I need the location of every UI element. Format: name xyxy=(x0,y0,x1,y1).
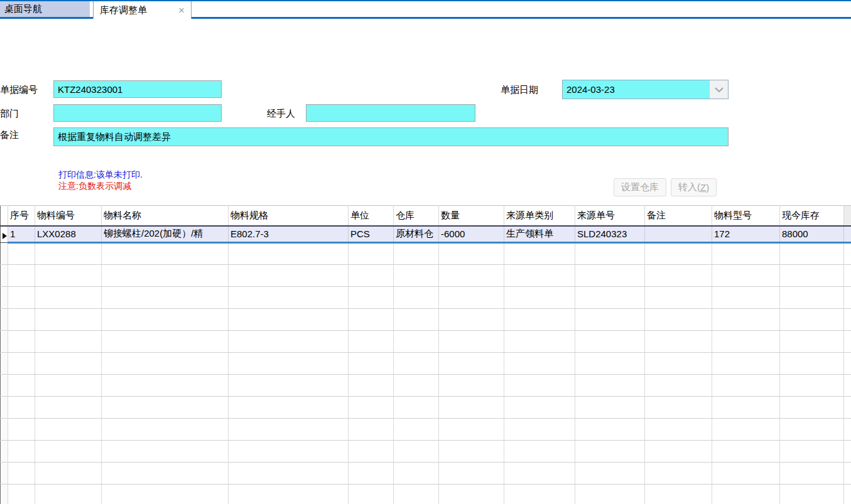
empty-grid-cell-3[interactable] xyxy=(229,309,349,331)
empty-grid-cell-0[interactable] xyxy=(8,441,35,463)
grid-cell-2[interactable]: 铆接螺柱/202(加硬）/精 xyxy=(102,226,229,243)
handler-field[interactable] xyxy=(306,104,475,122)
empty-grid-cell-9[interactable] xyxy=(645,287,712,309)
empty-grid-cell-6[interactable] xyxy=(439,243,504,265)
empty-grid-cell-10[interactable] xyxy=(712,375,780,397)
empty-grid-cell-4[interactable] xyxy=(349,463,394,485)
row-selector[interactable] xyxy=(1,226,8,243)
empty-grid-cell-11[interactable] xyxy=(780,309,844,331)
empty-grid-cell-4[interactable] xyxy=(349,485,394,504)
grid-cell-7[interactable]: 生产领料单 xyxy=(504,226,575,243)
empty-grid-cell-3[interactable] xyxy=(229,287,349,309)
table-row[interactable]: 1LXX0288铆接螺柱/202(加硬）/精E802.7-3PCS原材料仓-60… xyxy=(1,226,851,243)
department-field[interactable] xyxy=(53,104,222,122)
empty-grid-cell-8[interactable] xyxy=(575,463,645,485)
empty-grid-cell-4[interactable] xyxy=(349,353,394,375)
empty-grid-cell-2[interactable] xyxy=(102,287,229,309)
empty-grid-cell-5[interactable] xyxy=(394,353,439,375)
doc-no-field[interactable] xyxy=(53,80,222,98)
empty-table-row[interactable] xyxy=(1,485,851,504)
empty-grid-cell-11[interactable] xyxy=(780,463,844,485)
empty-grid-cell-6[interactable] xyxy=(439,353,504,375)
empty-grid-cell-7[interactable] xyxy=(504,375,575,397)
row-selector[interactable] xyxy=(1,397,8,419)
empty-grid-cell-6[interactable] xyxy=(439,309,504,331)
empty-grid-cell-11[interactable] xyxy=(780,243,844,265)
empty-grid-cell-11[interactable] xyxy=(780,375,844,397)
empty-grid-cell-11[interactable] xyxy=(780,287,844,309)
empty-grid-cell-4[interactable] xyxy=(349,419,394,441)
empty-table-row[interactable] xyxy=(1,331,851,353)
empty-grid-cell-11[interactable] xyxy=(780,265,844,287)
empty-grid-cell-7[interactable] xyxy=(504,419,575,441)
empty-grid-cell-1[interactable] xyxy=(35,419,102,441)
column-header-11[interactable]: 现今库存 xyxy=(780,206,844,226)
row-selector[interactable] xyxy=(1,265,8,287)
empty-grid-cell-5[interactable] xyxy=(394,309,439,331)
empty-grid-cell-6[interactable] xyxy=(439,331,504,353)
empty-grid-cell-3[interactable] xyxy=(229,265,349,287)
empty-grid-cell-3[interactable] xyxy=(229,419,349,441)
row-selector[interactable] xyxy=(1,243,8,265)
empty-table-row[interactable] xyxy=(1,375,851,397)
empty-table-row[interactable] xyxy=(1,353,851,375)
column-header-2[interactable]: 物料名称 xyxy=(102,206,229,226)
empty-grid-cell-7[interactable] xyxy=(504,243,575,265)
empty-grid-cell-9[interactable] xyxy=(645,463,712,485)
empty-grid-cell-7[interactable] xyxy=(504,353,575,375)
grid-cell-6[interactable]: -6000 xyxy=(439,226,504,243)
empty-grid-cell-2[interactable] xyxy=(102,463,229,485)
empty-grid-cell-0[interactable] xyxy=(8,331,35,353)
empty-grid-cell-2[interactable] xyxy=(102,441,229,463)
empty-grid-cell-9[interactable] xyxy=(645,441,712,463)
empty-grid-cell-0[interactable] xyxy=(8,309,35,331)
grid-cell-8[interactable]: SLD240323 xyxy=(575,226,645,243)
empty-grid-cell-9[interactable] xyxy=(645,309,712,331)
empty-grid-cell-10[interactable] xyxy=(712,463,780,485)
grid-cell-0[interactable]: 1 xyxy=(8,226,35,243)
empty-grid-cell-0[interactable] xyxy=(8,265,35,287)
empty-grid-cell-2[interactable] xyxy=(102,353,229,375)
empty-grid-cell-8[interactable] xyxy=(575,243,645,265)
empty-table-row[interactable] xyxy=(1,243,851,265)
row-selector[interactable] xyxy=(1,375,8,397)
empty-grid-cell-3[interactable] xyxy=(229,441,349,463)
empty-grid-cell-9[interactable] xyxy=(645,243,712,265)
empty-grid-cell-3[interactable] xyxy=(229,243,349,265)
empty-grid-cell-11[interactable] xyxy=(780,397,844,419)
grid-cell-3[interactable]: E802.7-3 xyxy=(229,226,349,243)
empty-grid-cell-2[interactable] xyxy=(102,265,229,287)
set-warehouse-button[interactable]: 设置仓库 xyxy=(614,178,666,196)
tab-inventory-adjustment[interactable]: 库存调整单 × xyxy=(93,1,192,19)
empty-grid-cell-1[interactable] xyxy=(35,309,102,331)
empty-grid-cell-8[interactable] xyxy=(575,331,645,353)
empty-grid-cell-9[interactable] xyxy=(645,331,712,353)
empty-grid-cell-10[interactable] xyxy=(712,287,780,309)
empty-grid-cell-0[interactable] xyxy=(8,287,35,309)
empty-grid-cell-5[interactable] xyxy=(394,375,439,397)
empty-table-row[interactable] xyxy=(1,287,851,309)
empty-grid-cell-8[interactable] xyxy=(575,419,645,441)
column-header-9[interactable]: 备注 xyxy=(645,206,712,226)
empty-grid-cell-8[interactable] xyxy=(575,287,645,309)
column-header-4[interactable]: 单位 xyxy=(349,206,394,226)
empty-grid-cell-4[interactable] xyxy=(349,265,394,287)
grid-cell-5[interactable]: 原材料仓 xyxy=(394,226,439,243)
empty-grid-cell-2[interactable] xyxy=(102,331,229,353)
row-selector[interactable] xyxy=(1,309,8,331)
empty-grid-cell-8[interactable] xyxy=(575,353,645,375)
empty-grid-cell-4[interactable] xyxy=(349,243,394,265)
empty-grid-cell-7[interactable] xyxy=(504,463,575,485)
empty-grid-cell-5[interactable] xyxy=(394,265,439,287)
empty-grid-cell-2[interactable] xyxy=(102,243,229,265)
empty-table-row[interactable] xyxy=(1,265,851,287)
empty-grid-cell-11[interactable] xyxy=(780,331,844,353)
empty-grid-cell-9[interactable] xyxy=(645,419,712,441)
empty-grid-cell-10[interactable] xyxy=(712,441,780,463)
empty-grid-cell-6[interactable] xyxy=(439,397,504,419)
empty-grid-cell-6[interactable] xyxy=(439,265,504,287)
column-header-7[interactable]: 来源单类别 xyxy=(504,206,575,226)
empty-grid-cell-9[interactable] xyxy=(645,353,712,375)
empty-grid-cell-8[interactable] xyxy=(575,265,645,287)
empty-grid-cell-0[interactable] xyxy=(8,375,35,397)
